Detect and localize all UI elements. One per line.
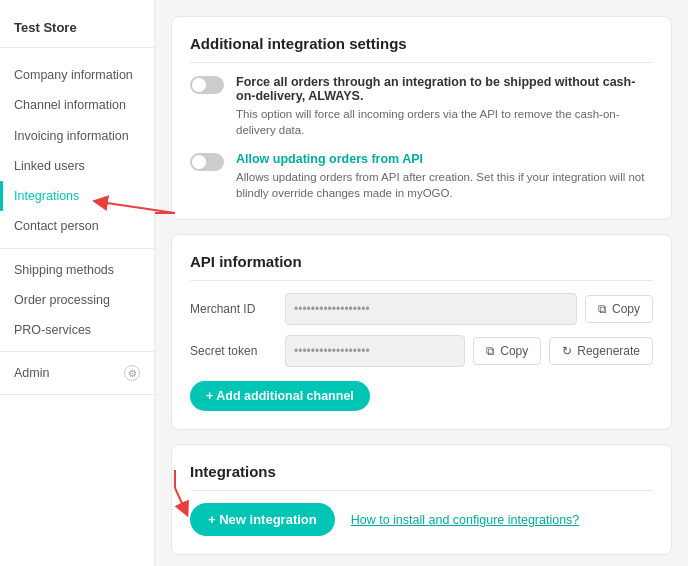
sidebar-item-linked-users[interactable]: Linked users: [0, 151, 154, 181]
sidebar-item-integrations[interactable]: Integrations: [0, 181, 154, 211]
main-content: Additional integration settings Force al…: [155, 0, 688, 566]
how-to-install-link[interactable]: How to install and configure integration…: [351, 513, 580, 527]
regenerate-icon: ↻: [562, 344, 572, 358]
admin-settings-icon: ⚙: [124, 365, 140, 381]
force-orders-toggle[interactable]: [190, 76, 224, 94]
merchant-id-row: Merchant ID ⧉ Copy: [190, 293, 653, 325]
additional-settings-card: Additional integration settings Force al…: [171, 16, 672, 220]
regenerate-label: Regenerate: [577, 344, 640, 358]
additional-settings-title: Additional integration settings: [190, 35, 653, 63]
copy-icon-1: ⧉: [598, 302, 607, 316]
sidebar-item-company-information[interactable]: Company information: [0, 60, 154, 90]
admin-label: Admin: [14, 366, 49, 380]
merchant-id-copy-label: Copy: [612, 302, 640, 316]
new-integration-label: + New integration: [208, 512, 317, 527]
secret-token-input-wrap: ⧉ Copy ↻ Regenerate: [285, 335, 653, 367]
secret-token-row: Secret token ⧉ Copy ↻ Regenerate: [190, 335, 653, 367]
toggle-2-text: Allow updating orders from API Allows up…: [236, 152, 653, 201]
sidebar-item-contact-person[interactable]: Contact person: [0, 211, 154, 241]
secret-token-copy-label: Copy: [500, 344, 528, 358]
sidebar-item-pro-services[interactable]: PRO-services: [0, 315, 154, 345]
api-information-card: API information Merchant ID ⧉ Copy Secre…: [171, 234, 672, 430]
regenerate-button[interactable]: ↻ Regenerate: [549, 337, 653, 365]
integrations-card: Integrations + New integration How to in…: [171, 444, 672, 555]
merchant-id-copy-button[interactable]: ⧉ Copy: [585, 295, 653, 323]
integrations-title: Integrations: [190, 463, 653, 491]
toggle-1-text: Force all orders through an integration …: [236, 75, 653, 138]
sidebar-item-channel-information[interactable]: Channel information: [0, 90, 154, 120]
secret-token-label: Secret token: [190, 344, 275, 358]
merchant-id-input[interactable]: [285, 293, 577, 325]
integrations-row: + New integration How to install and con…: [190, 503, 653, 536]
allow-updating-toggle[interactable]: [190, 153, 224, 171]
new-integration-button[interactable]: + New integration: [190, 503, 335, 536]
sidebar-item-admin[interactable]: Admin ⚙: [0, 358, 154, 388]
sidebar-section-main: Company information Channel information …: [0, 54, 154, 249]
add-additional-channel-button[interactable]: + Add additional channel: [190, 381, 370, 411]
merchant-id-label: Merchant ID: [190, 302, 275, 316]
sidebar-item-shipping-methods[interactable]: Shipping methods: [0, 255, 154, 285]
sidebar-section-admin: Admin ⚙: [0, 352, 154, 395]
toggle-2-desc: Allows updating orders from API after cr…: [236, 169, 653, 201]
store-name: Test Store: [0, 12, 154, 48]
sidebar: Test Store Company information Channel i…: [0, 0, 155, 566]
api-information-title: API information: [190, 253, 653, 281]
sidebar-item-order-processing[interactable]: Order processing: [0, 285, 154, 315]
toggle-row-2: Allow updating orders from API Allows up…: [190, 152, 653, 201]
copy-icon-2: ⧉: [486, 344, 495, 358]
sidebar-section-shipping: Shipping methods Order processing PRO-se…: [0, 249, 154, 353]
toggle-row-1: Force all orders through an integration …: [190, 75, 653, 138]
merchant-id-input-wrap: ⧉ Copy: [285, 293, 653, 325]
toggle-1-desc: This option will force all incoming orde…: [236, 106, 653, 138]
toggle-1-label: Force all orders through an integration …: [236, 75, 653, 103]
add-channel-label: + Add additional channel: [206, 389, 354, 403]
secret-token-copy-button[interactable]: ⧉ Copy: [473, 337, 541, 365]
secret-token-input[interactable]: [285, 335, 465, 367]
toggle-2-label: Allow updating orders from API: [236, 152, 653, 166]
sidebar-item-invoicing-information[interactable]: Invoicing information: [0, 121, 154, 151]
